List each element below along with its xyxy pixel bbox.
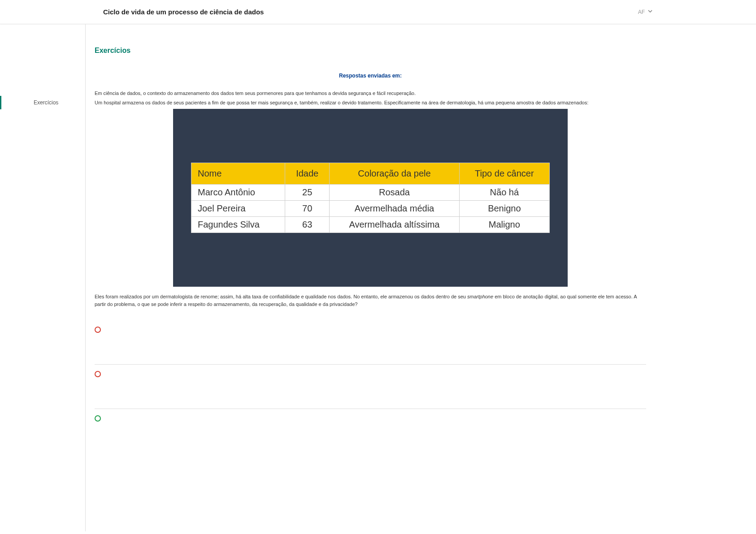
submitted-label: Respostas enviadas em: — [95, 73, 646, 79]
radio-icon — [95, 415, 101, 422]
td: 25 — [285, 185, 330, 201]
option-1[interactable] — [95, 320, 646, 365]
table-header-row: Nome Idade Coloração da pele Tipo de cân… — [191, 163, 550, 185]
chevron-down-icon — [647, 9, 653, 15]
td: Maligno — [459, 217, 549, 233]
layout: Exercícios Exercícios Respostas enviadas… — [0, 24, 756, 531]
table-row: Joel Pereira 70 Avermelhada média Benign… — [191, 201, 550, 217]
intro-line-2: Um hospital armazena os dados de seus pa… — [95, 99, 646, 107]
question-text: Eles foram realizados por um dermatologi… — [95, 293, 646, 308]
th-tipo: Tipo de câncer — [459, 163, 549, 185]
radio-icon — [95, 371, 101, 377]
th-nome: Nome — [191, 163, 285, 185]
td: Rosada — [330, 185, 459, 201]
intro-line-1: Em ciência de dados, o contexto do armaz… — [95, 90, 646, 97]
top-header: Ciclo de vida de um processo de ciência … — [0, 0, 756, 24]
table-row: Fagundes Silva 63 Avermelhada altíssima … — [191, 217, 550, 233]
sidebar-item-label: Exercícios — [34, 99, 58, 106]
th-idade: Idade — [285, 163, 330, 185]
radio-icon — [95, 327, 101, 333]
data-panel: Nome Idade Coloração da pele Tipo de cân… — [173, 109, 568, 287]
q-italic: smartphone — [467, 294, 493, 299]
td: 63 — [285, 217, 330, 233]
td: Fagundes Silva — [191, 217, 285, 233]
td: Joel Pereira — [191, 201, 285, 217]
table-row: Marco Antônio 25 Rosada Não há — [191, 185, 550, 201]
section-title: Exercícios — [95, 47, 646, 55]
data-table: Nome Idade Coloração da pele Tipo de cân… — [191, 163, 550, 233]
td: Marco Antônio — [191, 185, 285, 201]
page-title: Ciclo de vida de um processo de ciência … — [103, 8, 264, 16]
q-pre: Eles foram realizados por um dermatologi… — [95, 294, 467, 299]
user-menu[interactable]: AF — [638, 9, 653, 15]
option-3[interactable] — [95, 409, 646, 453]
user-initials: AF — [638, 9, 645, 15]
td: Avermelhada altíssima — [330, 217, 459, 233]
td: Avermelhada média — [330, 201, 459, 217]
td: Benigno — [459, 201, 549, 217]
td: 70 — [285, 201, 330, 217]
sidebar: Exercícios — [0, 24, 85, 531]
option-2[interactable] — [95, 365, 646, 409]
sidebar-item-exercicios[interactable]: Exercícios — [0, 96, 85, 109]
main: Exercícios Respostas enviadas em: Em ciê… — [85, 24, 756, 531]
th-coloracao: Coloração da pele — [330, 163, 459, 185]
td: Não há — [459, 185, 549, 201]
